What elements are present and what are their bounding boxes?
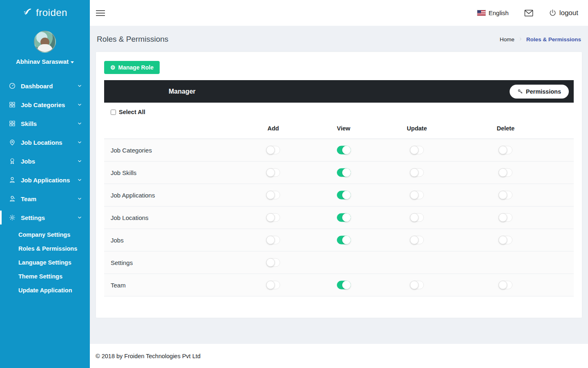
us-flag-icon (477, 10, 486, 16)
toggle-view-job-locations[interactable] (337, 213, 351, 222)
chevron-down-icon (77, 139, 82, 145)
select-all-row: Select All (104, 103, 574, 121)
toggle-update-team[interactable] (410, 281, 424, 289)
toggle-knob (499, 281, 507, 289)
breadcrumb-current: Roles & Permissions (526, 36, 581, 43)
toggle-knob (342, 146, 351, 155)
toggle-delete-job-applications[interactable] (499, 191, 512, 200)
caret-down-icon (71, 61, 74, 63)
toggle-add-job-locations[interactable] (266, 213, 280, 222)
mail-icon[interactable] (524, 9, 533, 17)
table-row: Settings (104, 251, 574, 274)
avatar[interactable] (34, 31, 56, 53)
hamburger-menu-icon[interactable] (96, 9, 105, 18)
toggle-knob (410, 213, 419, 222)
column-header-delete: Delete (497, 125, 514, 132)
app-logo: froiden (0, 0, 90, 22)
toggle-knob (266, 281, 275, 289)
select-all-label: Select All (119, 109, 145, 115)
chevron-right-icon (518, 36, 523, 43)
toggle-update-job-applications[interactable] (410, 191, 424, 200)
topbar: English logout (90, 0, 588, 26)
logo-text: froiden (36, 7, 67, 18)
column-header-add: Add (267, 125, 279, 132)
toggle-update-job-skills[interactable] (410, 168, 424, 177)
chevron-down-icon (77, 158, 82, 164)
sidebar-subitem-roles-permissions[interactable]: Roles & Permissions (0, 242, 90, 256)
select-all-checkbox[interactable] (111, 110, 116, 115)
toggle-delete-job-categories[interactable] (499, 146, 512, 155)
sidebar-item-jobs[interactable]: Jobs (0, 152, 90, 171)
toggle-view-job-skills[interactable] (337, 168, 351, 177)
toggle-view-job-categories[interactable] (337, 146, 351, 155)
sidebar-item-dashboard[interactable]: Dashboard (0, 76, 90, 95)
language-selector[interactable]: English (477, 9, 508, 16)
gauge-icon (9, 82, 16, 90)
table-header-row: Add View Update Delete (104, 121, 574, 139)
toggle-knob (410, 191, 419, 200)
chevron-down-icon (77, 102, 82, 108)
toggle-add-job-skills[interactable] (266, 168, 280, 177)
permissions-button[interactable]: Permissions (510, 85, 569, 99)
toggle-knob (410, 281, 419, 289)
sidebar-item-team[interactable]: Team (0, 189, 90, 208)
toggle-update-jobs[interactable] (410, 236, 424, 245)
toggle-knob (342, 236, 351, 245)
toggle-update-job-locations[interactable] (410, 213, 424, 222)
main-area: English logout Roles & Permi (90, 0, 588, 368)
page-title: Roles & Permissions (97, 35, 168, 44)
sidebar-item-job-locations[interactable]: Job Locations (0, 133, 90, 152)
toggle-delete-jobs[interactable] (499, 236, 512, 245)
role-name: Manager (169, 88, 196, 95)
manage-role-button[interactable]: ⚙ Manage Role (104, 61, 160, 74)
row-label: Team (111, 282, 126, 289)
toggle-view-jobs[interactable] (337, 236, 351, 245)
row-label: Settings (111, 259, 133, 266)
toggle-update-job-categories[interactable] (410, 146, 424, 155)
sidebar-subitem-language-settings[interactable]: Language Settings (0, 256, 90, 269)
toggle-delete-job-skills[interactable] (499, 168, 512, 177)
column-header-update: Update (407, 125, 427, 132)
grid-icon (9, 120, 16, 127)
toggle-add-team[interactable] (266, 281, 280, 289)
footer: © 2018 by Froiden Technologies Pvt Ltd (90, 344, 588, 368)
logout-button[interactable]: logout (549, 9, 578, 17)
table-row: Job Applications (104, 184, 574, 206)
chevron-down-icon (77, 121, 82, 126)
toggle-knob (266, 191, 275, 200)
sidebar-subitem-company-settings[interactable]: Company Settings (0, 228, 90, 242)
toggle-delete-job-locations[interactable] (499, 213, 512, 222)
toggle-view-job-applications[interactable] (337, 191, 351, 200)
toggle-knob (266, 168, 275, 177)
toggle-knob (410, 168, 419, 177)
sidebar-subitem-theme-settings[interactable]: Theme Settings (0, 269, 90, 283)
sidebar-item-job-applications[interactable]: Job Applications (0, 171, 90, 189)
chevron-down-icon (77, 83, 82, 89)
toggle-delete-team[interactable] (499, 281, 512, 289)
breadcrumb-home[interactable]: Home (500, 36, 514, 43)
sidebar-subitem-update-application[interactable]: Update Application (0, 283, 90, 297)
toggle-add-job-applications[interactable] (266, 191, 280, 200)
toggle-view-team[interactable] (337, 281, 351, 289)
table-row: Job Skills (104, 162, 574, 184)
sidebar-item-settings[interactable]: Settings (0, 208, 90, 227)
copyright-text: © 2018 by Froiden Technologies Pvt Ltd (96, 353, 200, 359)
row-label: Job Locations (111, 214, 149, 221)
page-content: Roles & Permissions Home Roles & Permiss… (90, 26, 588, 344)
award-icon (9, 157, 16, 165)
sidebar-item-skills[interactable]: Skills (0, 114, 90, 133)
toggle-add-settings[interactable] (266, 258, 280, 267)
column-header-view: View (337, 125, 350, 132)
user-name[interactable]: Abhinav Saraswat (0, 58, 90, 65)
sidebar-item-job-categories[interactable]: Job Categories (0, 95, 90, 114)
toggle-add-job-categories[interactable] (266, 146, 280, 155)
toggle-knob (499, 146, 507, 155)
gear-icon (9, 214, 16, 221)
table-row: Job Locations (104, 206, 574, 229)
toggle-add-jobs[interactable] (266, 236, 280, 245)
table-row: Jobs (104, 229, 574, 251)
permissions-table-rows: Job Categories Job Skills Job Applicatio… (104, 139, 574, 296)
toggle-knob (266, 236, 275, 245)
toggle-knob (342, 191, 351, 200)
language-label: English (488, 9, 508, 16)
